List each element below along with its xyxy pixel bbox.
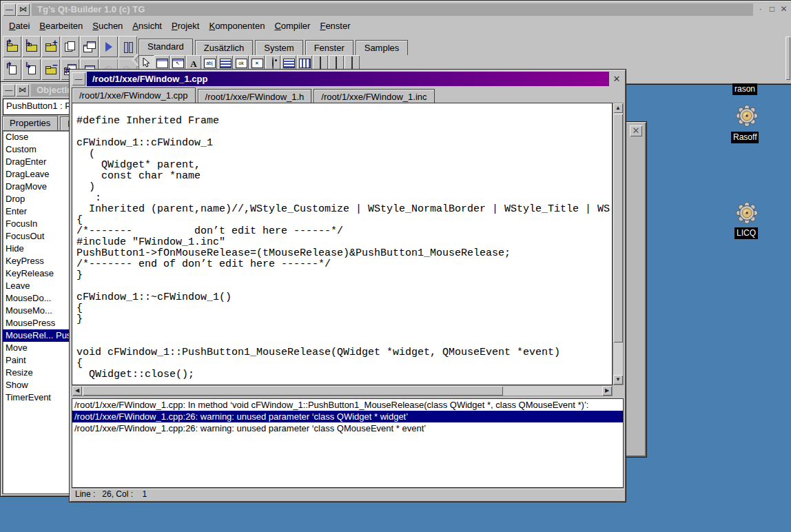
remove-file-button[interactable]: − (41, 59, 60, 80)
compiler-message[interactable]: /root/1/xxe/FWindow_1.cpp: In method ‘vo… (72, 399, 623, 411)
save-file-button[interactable]: ↳ (22, 59, 41, 80)
frame-widget-icon (156, 59, 168, 68)
radiobutton-widget-icon (272, 57, 274, 70)
object-selector-combo[interactable]: PushButton1 : P (3, 99, 73, 115)
desktop: — ⋈ Tg’s Qt-Builder 1.0 (c) TG · □ ✕ Dat… (0, 0, 791, 532)
compiler-message[interactable]: /root/1/xxe/FWindow_1.cpp:26: warning: u… (72, 422, 623, 434)
cascade-windows-icon (83, 41, 96, 53)
event-item[interactable]: Hide (3, 243, 72, 255)
event-item[interactable]: MouseRel... Pus (3, 329, 72, 342)
close-icon[interactable]: ✕ (778, 3, 790, 16)
copy-pages-icon (63, 41, 77, 53)
close-icon[interactable]: ✕ (610, 72, 624, 85)
scroll-left-icon[interactable]: ◀ (72, 386, 82, 396)
scroll-right-icon[interactable]: ▶ (602, 386, 612, 396)
licq-gear-icon[interactable] (734, 200, 759, 226)
event-item[interactable]: DragEnter (3, 156, 72, 168)
compiler-message-list: /root/1/xxe/FWindow_1.cpp: In method ‘vo… (72, 398, 624, 488)
event-item[interactable]: Leave (3, 280, 72, 292)
editor-file-tabs: /root/1/xxe/FWindow_1.cpp/root/1/xxe/FWi… (72, 88, 624, 103)
select-pointer-icon (142, 57, 150, 70)
event-item[interactable]: MouseDo... (3, 292, 72, 305)
editor-tab[interactable]: /root/1/xxe/FWindow_1.inc (314, 89, 434, 103)
label-widget-icon: A (190, 57, 196, 70)
event-item[interactable]: FocusOut (3, 230, 72, 243)
menu-bearbeiten[interactable]: Bearbeiten (34, 19, 88, 34)
remove-file-icon: − (44, 63, 58, 76)
open-project-icon: ↱ (6, 41, 19, 53)
event-item[interactable]: MouseMo... (3, 305, 72, 317)
scroll-up-icon[interactable]: ▲ (613, 103, 623, 113)
main-window-title: Tg’s Qt-Builder 1.0 (c) TG (32, 3, 753, 16)
event-item[interactable]: TimerEvent (3, 391, 72, 404)
horizontal-scrollbar[interactable]: ◀ ▶ (72, 385, 613, 396)
minimize-icon[interactable]: — (72, 72, 85, 85)
compiler-message[interactable]: /root/1/xxe/FWindow_1.cpp:26: warning: u… (72, 411, 623, 422)
vertical-scrollbar[interactable]: ▲ ▼ (613, 103, 624, 385)
code-editor[interactable]: #define Inherited Frame cFWindow_1::cFWi… (72, 103, 613, 385)
open-file-button[interactable]: ↱ (3, 59, 21, 80)
event-item[interactable]: Drop (3, 193, 72, 205)
menu-komponenten[interactable]: Komponenten (204, 19, 269, 34)
save-project-button[interactable]: ↳ (22, 36, 41, 57)
scrollbar-widget-icon (299, 59, 311, 68)
minimize-icon[interactable]: — (3, 3, 16, 16)
toolbar-tab-samples[interactable]: Samples (356, 40, 409, 55)
lineedit-widget-icon: ab| (204, 59, 216, 68)
cascade-windows-button[interactable] (80, 36, 99, 57)
pick-widget-icon: ↖ (172, 59, 184, 68)
vertical-scroll-thumb[interactable] (613, 114, 623, 342)
add-file-button[interactable]: + (41, 36, 60, 57)
scroll-down-icon[interactable]: ▼ (613, 375, 623, 385)
event-item[interactable]: MousePress (3, 317, 72, 329)
event-item[interactable]: Show (3, 379, 72, 391)
editor-tab[interactable]: /root/1/xxe/FWindow_1.h (198, 89, 312, 103)
open-project-button[interactable]: ↱ (3, 36, 21, 57)
checkbox-widget-icon: ✕ (251, 59, 263, 68)
menu-projekt[interactable]: Projekt (167, 19, 204, 34)
event-item[interactable]: FocusIn (3, 218, 72, 230)
menu-bar: DateiBearbeitenSuchenAnsichtProjektKompo… (4, 19, 788, 34)
event-item[interactable]: KeyPress (3, 255, 72, 267)
event-item[interactable]: Paint (3, 354, 72, 367)
event-item[interactable]: Move (3, 342, 72, 354)
pin-icon[interactable]: ⋈ (17, 3, 30, 16)
run-button[interactable] (99, 36, 118, 57)
event-item[interactable]: Close (3, 131, 72, 143)
iconify-icon[interactable]: · (754, 3, 766, 16)
toolbar-row-1: ↱↳+ (3, 36, 138, 57)
desktop-icon-label-rasoff[interactable]: Rasoff (731, 132, 759, 143)
rasoff-gear-icon[interactable] (734, 103, 759, 129)
background-window[interactable]: ✕ (625, 121, 647, 458)
object-inspector-window: — ⋈ ObjectIn PushButton1 : P PropertiesM… (0, 81, 73, 497)
desktop-icon-label-rason[interactable]: rason (732, 83, 757, 95)
event-item[interactable]: KeyRelease (3, 267, 72, 280)
pin-icon[interactable]: ⋈ (16, 84, 29, 96)
listview-widget-icon (336, 57, 337, 70)
save-file-icon: ↳ (25, 63, 39, 76)
event-item[interactable]: Enter (3, 205, 72, 218)
toolbar-edge-handle[interactable] (785, 37, 790, 80)
menu-compiler[interactable]: Compiler (269, 19, 315, 34)
horizontal-scroll-thumb[interactable] (83, 386, 503, 396)
toolbar-tab-fenster[interactable]: Fenster (305, 40, 353, 55)
desktop-icon-label-licq[interactable]: LICQ (734, 227, 758, 239)
copy-pages-button[interactable] (61, 36, 79, 57)
event-item[interactable]: DragMove (3, 181, 72, 193)
event-item[interactable]: Resize (3, 367, 72, 379)
minimize-icon[interactable]: — (2, 84, 15, 96)
editor-tab[interactable]: /root/1/xxe/FWindow_1.cpp (72, 88, 196, 103)
menu-ansicht[interactable]: Ansicht (127, 19, 167, 34)
menu-fenster[interactable]: Fenster (315, 19, 355, 34)
toolbar-tab-zusätzlich[interactable]: Zusätzlich (195, 40, 254, 55)
event-item[interactable]: Custom (3, 143, 72, 156)
event-item[interactable]: DragLeave (3, 168, 72, 181)
inspector-tab-properties[interactable]: Properties (2, 116, 58, 130)
close-icon[interactable]: ✕ (630, 125, 642, 136)
main-titlebar: — ⋈ Tg’s Qt-Builder 1.0 (c) TG · □ ✕ (3, 3, 790, 17)
maximize-icon[interactable]: □ (766, 3, 778, 16)
menu-datei[interactable]: Datei (4, 19, 34, 34)
toolbar-tab-system[interactable]: System (255, 40, 302, 55)
toolbar-tab-standard[interactable]: Standard (138, 39, 193, 55)
menu-suchen[interactable]: Suchen (88, 19, 127, 34)
